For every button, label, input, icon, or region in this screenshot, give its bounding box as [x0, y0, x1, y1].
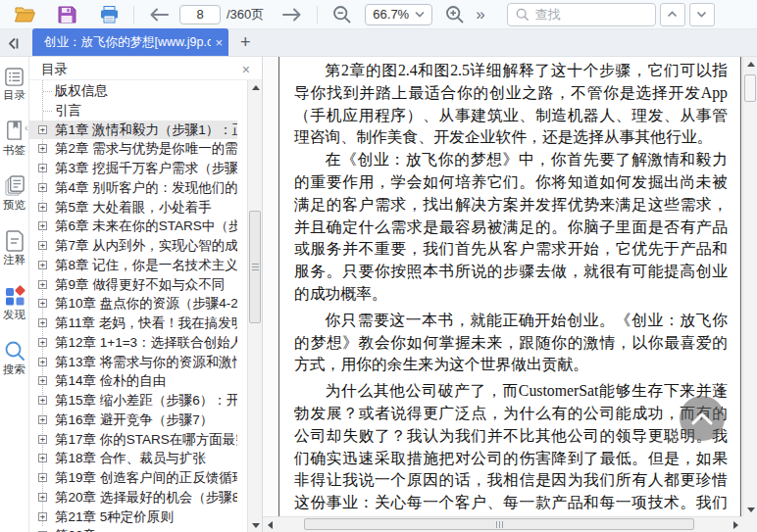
toc-item[interactable]: +第5章 大处着眼，小处着手	[29, 198, 237, 218]
scroll-down-arrow[interactable]	[743, 503, 757, 516]
toc-item[interactable]: +第22章	[29, 526, 237, 532]
expand-plus-icon[interactable]: +	[38, 473, 47, 482]
printer-icon	[99, 5, 120, 24]
chevron-up-icon	[667, 11, 678, 18]
toc-item-label: 第15章 缩小差距（步骤6）：开发和	[55, 393, 237, 408]
find-next-button[interactable]	[689, 3, 715, 26]
tab-close-icon[interactable]: ×	[215, 35, 223, 50]
save-button[interactable]	[56, 4, 77, 25]
expand-plus-icon[interactable]: +	[38, 415, 47, 424]
toc-item[interactable]: +第20章 选择最好的机会（步骤8）	[29, 488, 237, 508]
expand-plus-icon[interactable]: +	[38, 396, 47, 405]
toc-item[interactable]: +第9章 做得更好不如与众不同	[29, 275, 237, 295]
scroll-up-arrow[interactable]	[248, 80, 263, 94]
expand-plus-icon[interactable]: +	[38, 280, 47, 289]
sidebar-item-annotation[interactable]: 注释	[0, 230, 28, 266]
toc-item-label: 版权信息	[55, 83, 108, 98]
page-number-input[interactable]	[179, 5, 221, 24]
sidebar-item-label: 书签	[3, 144, 25, 156]
expand-plus-icon[interactable]: +	[38, 241, 47, 250]
toc-item[interactable]: +第11章 老妈，快看！我在搞发明！—	[29, 314, 237, 333]
sidebar-item-preview[interactable]: 预览	[0, 175, 28, 211]
toc-item[interactable]: +第18章 合作、裁员与扩张	[29, 449, 237, 468]
back-to-top-button[interactable]	[680, 396, 725, 441]
panel-collapse-icon[interactable]: ‹	[25, 121, 28, 133]
expand-plus-icon[interactable]: +	[38, 144, 47, 153]
toc-item[interactable]: +第17章 你的STARS在哪方面最突出：	[29, 430, 237, 450]
folder-open-icon	[14, 5, 35, 24]
expand-plus-icon[interactable]: +	[38, 125, 47, 134]
horizontal-scrollbar[interactable]	[263, 516, 742, 532]
vertical-scrollbar-thumb[interactable]	[744, 74, 756, 102]
sidebar-item-search[interactable]: 搜索	[0, 340, 28, 375]
expand-plus-icon[interactable]: +	[38, 512, 47, 521]
expand-plus-icon[interactable]: +	[38, 338, 47, 347]
toolbar-divider	[133, 6, 134, 24]
horizontal-scrollbar-thumb[interactable]	[304, 518, 694, 530]
expand-plus-icon[interactable]: +	[38, 164, 47, 172]
expand-plus-icon[interactable]: +	[38, 318, 47, 327]
scroll-right-arrow[interactable]	[729, 517, 742, 532]
tab-active[interactable]: 创业：放飞你的梦想[www.j9p.c ×	[32, 28, 228, 56]
expand-plus-icon[interactable]: +	[38, 261, 47, 269]
vertical-scrollbar[interactable]	[742, 57, 757, 516]
toc-item[interactable]: +第16章 避开竞争（步骤7）	[29, 411, 237, 430]
next-page-button[interactable]	[281, 4, 303, 25]
toc-item[interactable]: +第1章 激情和毅力（步骤1）：正反馈	[29, 121, 237, 140]
chevron-down-icon	[696, 11, 707, 18]
scroll-down-arrow[interactable]	[248, 518, 263, 532]
toc-item[interactable]: +第2章 需求与优势是你唯一的需要：做	[29, 139, 237, 159]
scroll-left-arrow[interactable]	[263, 517, 277, 532]
toc-item[interactable]: +第6章 未来在你的STARS中（步骤4-1	[29, 217, 237, 236]
more-tools-button[interactable]: »	[476, 5, 484, 24]
toc-item[interactable]: +第21章 5种定价原则	[29, 508, 237, 527]
toc-item-label: 第3章 挖掘千万客户需求（步骤2和步	[55, 161, 237, 175]
find-previous-button[interactable]	[660, 3, 685, 26]
sidebar-item-discover[interactable]: 发现	[0, 285, 28, 320]
expand-plus-icon[interactable]: +	[38, 358, 47, 366]
expand-plus-icon[interactable]: +	[38, 183, 47, 192]
expand-plus-icon[interactable]: +	[38, 376, 47, 385]
toc-item[interactable]: +第3章 挖掘千万客户需求（步骤2和步	[29, 159, 237, 178]
search-input[interactable]	[535, 7, 643, 22]
arrow-left-icon	[148, 7, 170, 23]
new-tab-button[interactable]: +	[240, 32, 251, 56]
toc-item-label: 第1章 激情和毅力（步骤1）：正反馈	[55, 122, 237, 137]
scroll-up-arrow[interactable]	[743, 57, 757, 71]
toc-item[interactable]: +第15章 缩小差距（步骤6）：开发和	[29, 391, 237, 411]
toc-item[interactable]: +第4章 别听客户的：发现他们的目的	[29, 178, 237, 198]
toc-item[interactable]: +第7章 从内到外，实现心智的成长	[29, 236, 237, 256]
expand-plus-icon[interactable]: +	[38, 493, 47, 502]
toc-item[interactable]: +第10章 盘点你的资源（步骤4-2）：	[29, 294, 237, 314]
toc-item[interactable]: +第14章 俭朴的自由	[29, 371, 237, 391]
toc-close-icon[interactable]: ×	[242, 62, 250, 77]
toc-item[interactable]: +第13章 将需求与你的资源和激情相结	[29, 353, 237, 372]
expand-plus-icon[interactable]: +	[38, 203, 47, 212]
tab-scroll-left-button[interactable]	[0, 30, 25, 56]
zoom-out-button[interactable]	[331, 4, 353, 25]
toc-item[interactable]: +第19章 创造客户间的正反馈循环（网	[29, 468, 237, 488]
toc-item[interactable]: +第12章 1+1=3：选择联合创始人和团	[29, 333, 237, 353]
expand-plus-icon[interactable]: +	[38, 435, 47, 444]
expand-plus-icon[interactable]: +	[38, 454, 47, 462]
toc-item-label: 第19章 创造客户间的正反馈循环（网	[55, 470, 237, 485]
open-file-button[interactable]	[14, 4, 35, 25]
toc-scrollbar[interactable]	[247, 80, 262, 532]
save-floppy-icon	[57, 5, 76, 24]
sidebar-item-toc[interactable]: 目录	[0, 67, 28, 101]
previous-page-button[interactable]	[148, 4, 170, 25]
search-box[interactable]	[507, 3, 656, 26]
print-button[interactable]	[98, 4, 120, 25]
toc-scrollbar-thumb[interactable]	[249, 211, 261, 323]
zoom-in-button[interactable]	[444, 4, 466, 25]
toc-item[interactable]: 版权信息	[29, 81, 237, 101]
bookmark-icon	[4, 121, 25, 142]
expand-plus-icon[interactable]: +	[38, 299, 47, 308]
expand-plus-icon[interactable]: +	[38, 221, 47, 230]
toc-item-label: 第2章 需求与优势是你唯一的需要：做	[55, 141, 237, 156]
preview-icon	[4, 175, 25, 197]
toc-item-label: 第17章 你的STARS在哪方面最突出：	[55, 432, 237, 447]
zoom-level-dropdown[interactable]: 66.7%	[365, 4, 432, 25]
toc-item[interactable]: +第8章 记住，你是一名技术主义者	[29, 256, 237, 275]
toc-item[interactable]: 引言	[29, 101, 237, 121]
